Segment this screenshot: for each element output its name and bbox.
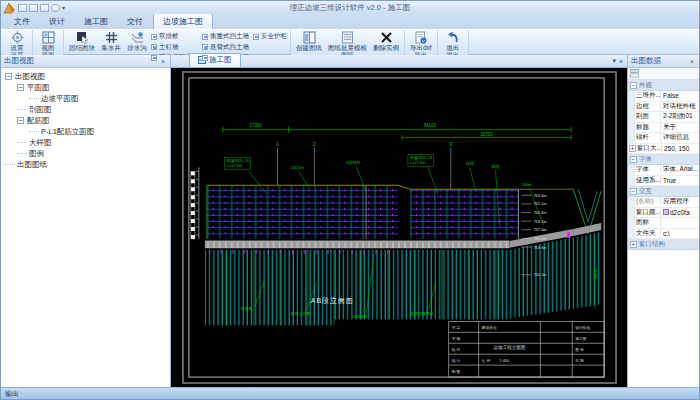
save-icon[interactable] <box>40 4 49 12</box>
expand-icon[interactable]: + <box>630 241 637 248</box>
quick-access-dropdown-icon[interactable]: ▾ <box>62 4 65 11</box>
delete-x-icon <box>380 31 393 44</box>
tree-item-plan-views[interactable]: −平面图 <box>3 82 168 93</box>
svg-text:审 核: 审 核 <box>452 336 461 341</box>
collapse-icon[interactable]: − <box>630 82 637 89</box>
property-row[interactable]: 文件夹c:\ <box>628 229 699 240</box>
property-value[interactable]: c:\ <box>661 230 699 237</box>
tree-item-legend[interactable]: 图例 <box>3 148 168 159</box>
tab-delivery[interactable]: 交付 <box>118 14 152 29</box>
settings-button[interactable]: 设置 <box>5 31 29 51</box>
category-indent <box>628 197 635 207</box>
property-value[interactable]: 详细信息 <box>661 133 699 142</box>
property-key: 窗口颜... <box>635 208 661 217</box>
property-row[interactable]: 剖面2-2剖面01 <box>628 112 699 123</box>
category-font[interactable]: −字体 <box>628 154 699 165</box>
property-row[interactable]: 字体宋体, Arial... <box>628 165 699 176</box>
property-row[interactable]: (名称)应用程序 <box>628 197 699 208</box>
property-row[interactable]: 标题关于 <box>628 123 699 134</box>
anchor-grid-wall-right <box>410 189 519 239</box>
svg-text:图 号: 图 号 <box>575 347 584 352</box>
property-value[interactable]: 应用程序 <box>661 197 699 206</box>
svg-text:锚杆: 锚杆 <box>465 161 474 166</box>
checkbox-safety-rail[interactable]: 安全护栏 <box>253 32 287 41</box>
category-window-structure[interactable]: +窗口结构 <box>628 239 699 250</box>
property-row[interactable]: 图标 <box>628 218 699 229</box>
right-panel-header: 出图数据 × <box>628 55 699 68</box>
tab-design[interactable]: 设计 <box>40 14 74 29</box>
collapse-icon[interactable]: − <box>5 73 12 80</box>
document-tab-controls: ▾ × <box>608 57 627 67</box>
category-interaction[interactable]: −交互 <box>628 186 699 197</box>
tree-item-slope-plan[interactable]: 边坡平面图 <box>3 93 168 104</box>
tree-item-output-sheets[interactable]: 出图图纸 <box>3 159 168 170</box>
expand-icon[interactable]: + <box>629 145 636 152</box>
property-value[interactable]: d2c0fa <box>661 209 699 216</box>
dim-label-main: 54100 <box>424 123 437 128</box>
delete-instance-button[interactable]: 删除实例 <box>371 31 401 51</box>
collector-well-button[interactable]: 集水井 <box>99 31 123 51</box>
property-row[interactable]: 边框对话框外框 <box>628 102 699 113</box>
tab-construction-drawing[interactable]: 施工图 <box>75 14 117 29</box>
tree-item-section-views[interactable]: 剖面图 <box>3 104 168 115</box>
collapse-icon[interactable]: − <box>17 84 24 91</box>
categorize-icon[interactable] <box>630 69 639 78</box>
svg-text:757.6m: 757.6m <box>533 227 547 232</box>
tree-item-detail-views[interactable]: 大样图 <box>3 137 168 148</box>
tree-item-output-views[interactable]: −出图视图 <box>3 71 168 82</box>
property-value[interactable]: 对话框外框 <box>661 102 699 111</box>
property-value[interactable]: 宋体, Arial... <box>661 165 699 174</box>
cad-canvas[interactable]: 17200 54100 32700 1 2 3 <box>171 68 627 387</box>
svg-text:制 图: 制 图 <box>452 369 461 374</box>
export-dxf-button[interactable]: 导出dxf <box>408 31 434 51</box>
checkbox-cantilever-wall[interactable]: 悬臂式挡土墙 <box>202 43 249 52</box>
new-file-icon[interactable] <box>18 4 27 12</box>
block-select-icon <box>76 31 89 44</box>
ribbon-group-sheets: 创建图纸 图纸批量模板 删除实例 <box>291 30 405 54</box>
checkbox-balance-weight-wall[interactable]: 衡重式挡土墙 <box>202 32 249 41</box>
category-appearance[interactable]: −外观 <box>628 80 699 91</box>
drainage-ditch-button[interactable]: 排水沟 <box>125 31 149 51</box>
create-sheet-button[interactable]: 创建图纸 <box>294 31 324 51</box>
property-value[interactable]: False <box>661 92 699 99</box>
ribbon-group-settings: 设置 设置 <box>2 30 33 54</box>
property-value[interactable]: 关于 <box>661 123 699 132</box>
collapse-icon[interactable]: − <box>630 188 637 195</box>
checkbox-soil-nail-wall[interactable]: 土钉墙 <box>151 43 198 52</box>
block-button[interactable]: 固结图块 <box>67 31 97 51</box>
property-row[interactable]: 窗口颜...d2c0fa <box>628 208 699 219</box>
output-panel-tab[interactable]: 输出 <box>5 389 19 399</box>
left-panel-close-icon[interactable]: × <box>159 58 167 65</box>
property-toolbar <box>628 68 699 80</box>
property-value[interactable]: 250, 150 <box>662 145 699 152</box>
open-file-icon[interactable] <box>29 4 38 12</box>
app-logo-icon[interactable] <box>3 2 16 14</box>
sheet-batch-template-button[interactable]: 图纸批量模板 <box>326 31 369 51</box>
collapse-icon[interactable]: − <box>630 156 637 163</box>
checkbox-double-row-piles[interactable]: 双排桩 <box>151 32 198 41</box>
category-indent <box>628 91 635 101</box>
category-indent <box>628 123 635 133</box>
document-close-icon[interactable]: × <box>619 58 623 65</box>
exit-button[interactable]: 退出 <box>441 31 465 51</box>
tree-item-rebar-views[interactable]: −配筋图 <box>3 115 168 126</box>
document-tab-construction-drawing[interactable]: 施工图 <box>189 53 241 67</box>
collapse-icon[interactable]: − <box>17 117 24 124</box>
tab-file[interactable]: 文件 <box>5 14 39 29</box>
property-row[interactable]: 锚杆详细信息 <box>628 133 699 144</box>
right-panel-close-icon[interactable]: × <box>688 58 696 65</box>
property-row[interactable]: 使用系...True <box>628 176 699 187</box>
property-key: 边框 <box>635 102 661 111</box>
property-row[interactable]: +窗口大...250, 150 <box>628 144 699 155</box>
tab-list-dropdown-icon[interactable]: ▾ <box>612 57 616 65</box>
tree-connector <box>29 98 39 99</box>
property-row[interactable]: 三维外...False <box>628 91 699 102</box>
tab-slope-construction-drawing[interactable]: 边坡施工图 <box>153 13 213 29</box>
view-button[interactable]: 视图 <box>36 31 60 51</box>
svg-text:设 计: 设 计 <box>452 358 461 363</box>
property-value[interactable]: 2-2剖面01 <box>661 112 699 121</box>
svg-text:校 对: 校 对 <box>451 347 461 352</box>
tree-item-pl1-rebar-elevation[interactable]: P-L1配筋立面图 <box>3 126 168 137</box>
help-icon[interactable] <box>51 4 60 12</box>
property-value[interactable]: True <box>661 177 699 184</box>
